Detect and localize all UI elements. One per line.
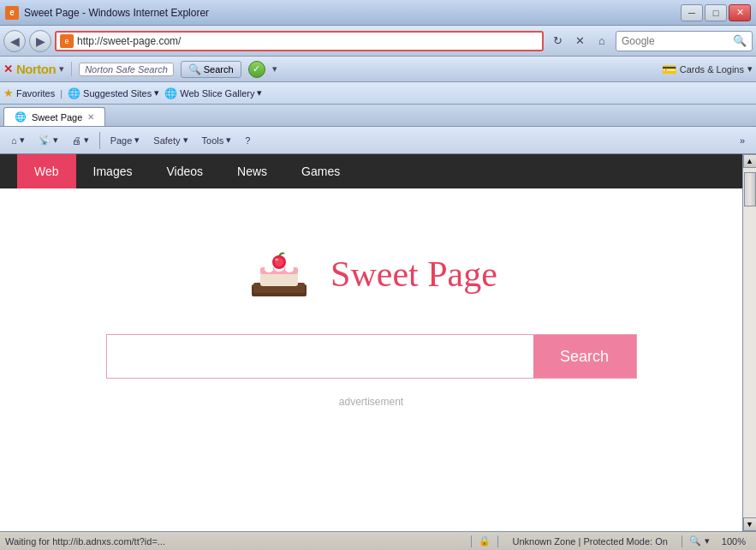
print-dropdown-icon[interactable]: ▾ [84, 135, 89, 146]
scroll-up-button[interactable]: ▲ [743, 154, 757, 168]
nav-item-web[interactable]: Web [17, 154, 76, 188]
maximize-button[interactable]: □ [705, 4, 727, 21]
favorites-button[interactable]: ★ Favorites [3, 87, 55, 99]
tab-sweet-page[interactable]: 🌐 Sweet Page ✕ [3, 107, 105, 126]
rss-icon: 📡 [39, 135, 51, 146]
nav-icon-group: ↻ ✕ ⌂ [547, 31, 612, 51]
back-button[interactable]: ◀ [3, 30, 26, 52]
search-box[interactable]: 🔍 [616, 31, 753, 51]
toolbar-right: » [734, 129, 751, 152]
close-button[interactable]: ✕ [729, 4, 751, 21]
norton-toolbar: ✕ Norton ▾ Norton Safe Search 🔍 Search ✓… [0, 57, 756, 82]
sweet-logo-area: Sweet Page [245, 240, 497, 308]
tools-dropdown-icon[interactable]: ▾ [226, 135, 231, 146]
sweet-page-body: Sweet Page Search advertisement [0, 188, 742, 408]
help-button[interactable]: ? [239, 129, 256, 152]
suggested-sites-dropdown-icon[interactable]: ▾ [154, 87, 159, 99]
norton-dropdown2-icon[interactable]: ▾ [272, 63, 277, 75]
zoom-level: 100% [717, 536, 751, 547]
navigation-bar: ◀ ▶ e http://sweet-page.com/ ↻ ✕ ⌂ 🔍 [0, 26, 756, 57]
refresh-button[interactable]: ↻ [547, 31, 568, 51]
web-slice-gallery-link[interactable]: 🌐 Web Slice Gallery ▾ [164, 87, 262, 99]
status-separator-1 [471, 535, 472, 547]
tab-icon: 🌐 [15, 111, 27, 123]
web-slice-dropdown-icon[interactable]: ▾ [257, 87, 262, 99]
norton-dropdown-icon[interactable]: ▾ [59, 63, 64, 75]
sweet-search-input[interactable] [107, 335, 533, 378]
page-menu-button[interactable]: Page ▾ [104, 129, 146, 152]
suggested-sites-link[interactable]: 🌐 Suggested Sites ▾ [68, 87, 159, 99]
safety-label: Safety [153, 135, 180, 146]
svg-point-9 [275, 259, 278, 261]
home-dropdown-icon[interactable]: ▾ [20, 135, 25, 146]
window-controls: ─ □ ✕ [681, 4, 751, 21]
page-content: Web Images Videos News Games [0, 154, 742, 531]
sweet-page-nav: Web Images Videos News Games [0, 154, 742, 188]
home-toolbar-button[interactable]: ⌂ ▾ [5, 129, 31, 152]
safety-dropdown-icon[interactable]: ▾ [183, 135, 188, 146]
tab-bar: 🌐 Sweet Page ✕ [0, 105, 756, 127]
nav-item-videos[interactable]: Videos [149, 154, 220, 188]
nav-item-games[interactable]: Games [284, 154, 357, 188]
status-zone: Unknown Zone | Protected Mode: On [505, 536, 674, 547]
favorites-label: Favorites [16, 88, 55, 99]
tab-close-icon[interactable]: ✕ [87, 112, 94, 122]
stop-button[interactable]: ✕ [569, 31, 590, 51]
search-magnifier-icon[interactable]: 🔍 [733, 34, 747, 47]
ie-icon: e [5, 6, 19, 20]
toolbar-separator [99, 132, 100, 149]
search-icon: 🔍 [188, 63, 201, 75]
rss-button[interactable]: 📡 ▾ [33, 129, 64, 152]
norton-section: ✕ Norton ▾ [3, 62, 72, 76]
tab-label: Sweet Page [32, 112, 82, 123]
toolbar-left-icons: ⌂ ▾ 📡 ▾ 🖨 ▾ Page ▾ Safety ▾ Tools ▾ ? [5, 129, 256, 152]
status-text: Waiting for http://ib.adnxs.com/tt?id=..… [5, 536, 464, 547]
site-title: Sweet Page [330, 254, 497, 295]
window-title: Sweet Page - Windows Internet Explorer [24, 7, 681, 19]
more-button[interactable]: » [734, 129, 751, 152]
sweet-search-button[interactable]: Search [533, 335, 636, 378]
cards-dropdown-icon[interactable]: ▾ [747, 63, 753, 75]
suggested-sites-label: Suggested Sites [83, 88, 152, 99]
address-bar[interactable]: e http://sweet-page.com/ [55, 31, 544, 51]
norton-logo: Norton [16, 62, 56, 76]
cake-icon [245, 240, 313, 308]
nav-item-images[interactable]: Images [76, 154, 150, 188]
norton-close-icon[interactable]: ✕ [3, 63, 13, 75]
print-icon: 🖨 [72, 135, 81, 146]
address-text: http://sweet-page.com/ [77, 35, 539, 47]
star-icon: ★ [3, 87, 14, 99]
web-slice-icon: 🌐 [164, 87, 177, 99]
minimize-button[interactable]: ─ [681, 4, 703, 21]
status-separator-3 [682, 535, 682, 547]
advertisement-label: advertisement [339, 396, 403, 408]
web-slice-gallery-label: Web Slice Gallery [180, 88, 254, 99]
status-icons: 🔍 ▾ [689, 535, 710, 547]
scrollbar-thumb[interactable] [744, 172, 756, 206]
svg-point-4 [265, 266, 273, 272]
scroll-down-button[interactable]: ▼ [743, 517, 757, 531]
search-input[interactable] [622, 35, 733, 47]
page-dropdown-icon[interactable]: ▾ [134, 135, 140, 146]
page-label: Page [110, 135, 133, 146]
nav-item-news[interactable]: News [220, 154, 284, 188]
tools-menu-button[interactable]: Tools ▾ [196, 129, 238, 152]
toolbar-icons-row: ⌂ ▾ 📡 ▾ 🖨 ▾ Page ▾ Safety ▾ Tools ▾ ? » [0, 127, 756, 154]
home-button[interactable]: ⌂ [592, 31, 612, 51]
print-button[interactable]: 🖨 ▾ [66, 129, 95, 152]
cards-logins-button[interactable]: 💳 Cards & Logins ▾ [662, 63, 753, 76]
help-icon: ? [245, 135, 250, 146]
safety-menu-button[interactable]: Safety ▾ [147, 129, 193, 152]
status-bar: Waiting for http://ib.adnxs.com/tt?id=..… [0, 531, 756, 550]
scrollbar[interactable]: ▲ ▼ [742, 154, 756, 531]
title-bar: e Sweet Page - Windows Internet Explorer… [0, 0, 756, 26]
content-area: Web Images Videos News Games [0, 154, 756, 531]
rss-dropdown-icon[interactable]: ▾ [53, 135, 58, 146]
svg-point-6 [285, 266, 294, 272]
norton-checkmark-icon[interactable]: ✓ [248, 61, 265, 78]
norton-search-button[interactable]: 🔍 Search [181, 61, 241, 78]
scrollbar-track[interactable] [743, 168, 756, 517]
forward-button[interactable]: ▶ [29, 30, 51, 52]
globe-icon: 🌐 [68, 87, 80, 99]
zoom-dropdown-icon[interactable]: ▾ [705, 535, 710, 547]
